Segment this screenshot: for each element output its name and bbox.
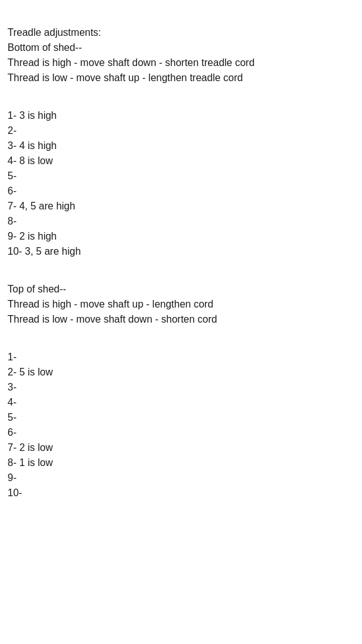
top-list-item: 10- xyxy=(8,486,354,501)
thread-high-instruction: Thread is high - move shaft down - short… xyxy=(8,55,354,70)
bottom-list-item: 4- 8 is low xyxy=(8,153,354,169)
top-shed-section: Top of shed-- Thread is high - move shaf… xyxy=(8,282,354,327)
treadle-title: Treadle adjustments: xyxy=(8,25,354,40)
top-list-item: 1- xyxy=(8,350,354,365)
main-content: Treadle adjustments: Bottom of shed-- Th… xyxy=(8,25,354,501)
bottom-list-item: 10- 3, 5 are high xyxy=(8,244,354,259)
bottom-list-item: 7- 4, 5 are high xyxy=(8,199,354,214)
top-list-item: 5- xyxy=(8,410,354,425)
top-thread-high-instruction: Thread is high - move shaft up - lengthe… xyxy=(8,297,354,312)
top-list-item: 9- xyxy=(8,470,354,486)
bottom-shed-list: 1- 3 is high2-3- 4 is high4- 8 is low5-6… xyxy=(8,108,354,259)
thread-low-instruction: Thread is low - move shaft up - lengthen… xyxy=(8,70,354,86)
top-list-item: 8- 1 is low xyxy=(8,455,354,470)
top-list-item: 7- 2 is low xyxy=(8,440,354,455)
bottom-list-item: 1- 3 is high xyxy=(8,108,354,123)
top-shed-list: 1-2- 5 is low3-4-5-6-7- 2 is low8- 1 is … xyxy=(8,350,354,501)
bottom-list-item: 5- xyxy=(8,169,354,184)
bottom-list-item: 3- 4 is high xyxy=(8,138,354,153)
bottom-list-item: 8- xyxy=(8,214,354,229)
treadle-adjustments-section: Treadle adjustments: Bottom of shed-- Th… xyxy=(8,25,354,86)
bottom-list-item: 9- 2 is high xyxy=(8,229,354,244)
bottom-of-shed-label: Bottom of shed-- xyxy=(8,40,354,55)
top-list-item: 4- xyxy=(8,395,354,410)
bottom-list-item: 2- xyxy=(8,123,354,138)
bottom-list-item: 6- xyxy=(8,184,354,199)
top-list-item: 6- xyxy=(8,425,354,440)
top-list-item: 3- xyxy=(8,380,354,395)
top-list-item: 2- 5 is low xyxy=(8,365,354,380)
top-thread-low-instruction: Thread is low - move shaft down - shorte… xyxy=(8,312,354,327)
top-of-shed-label: Top of shed-- xyxy=(8,282,354,297)
